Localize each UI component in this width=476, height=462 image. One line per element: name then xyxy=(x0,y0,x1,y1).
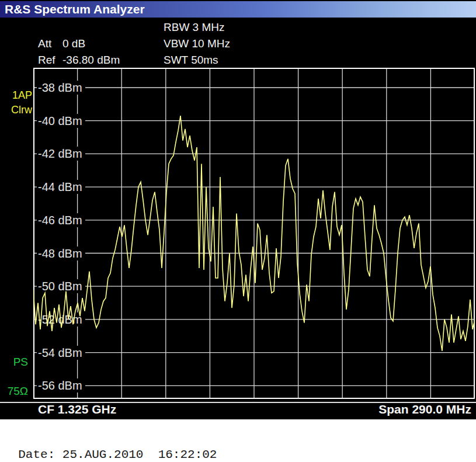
center-frequency-readout: CF 1.325 GHz xyxy=(38,401,116,418)
impedance-text: 75Ω xyxy=(8,385,28,397)
preamp-status-label: PS xyxy=(0,356,28,368)
screen-bottom-divider xyxy=(0,402,476,403)
analyzer-screen: RBW 3 MHz Att0 dB VBW 10 MHz Ref-36.80 d… xyxy=(0,18,476,419)
att-label: Att xyxy=(38,37,62,50)
swt-value: SWT 50ms xyxy=(164,54,218,66)
swt-readout: SWT 50ms xyxy=(164,54,218,67)
title-bar: R&S Spectrum Analyzer xyxy=(0,0,476,18)
vbw-readout: VBW 10 MHz xyxy=(164,37,230,50)
frequency-footer: CF 1.325 GHz Span 290.0 MHz xyxy=(0,401,476,418)
rbw-value: RBW 3 MHz xyxy=(164,21,225,33)
spectrum-trace xyxy=(33,68,475,399)
rbw-readout: RBW 3 MHz xyxy=(164,21,225,34)
vbw-value: VBW 10 MHz xyxy=(164,37,230,50)
att-readout: Att0 dB xyxy=(38,37,85,50)
ref-value: -36.80 dBm xyxy=(62,54,120,66)
app-title: R&S Spectrum Analyzer xyxy=(0,2,145,16)
att-value: 0 dB xyxy=(62,37,85,50)
trace-mode-label: 1AP Clrw xyxy=(0,88,32,117)
impedance-status-label: 75Ω xyxy=(0,385,28,397)
span-readout: Span 290.0 MHz xyxy=(378,401,471,418)
date-line: Date: 25.AUG.2010 16:22:02 xyxy=(4,435,217,461)
ref-label: Ref xyxy=(38,54,62,67)
date-text: Date: 25.AUG.2010 16:22:02 xyxy=(18,448,217,461)
detector-label: Clrw xyxy=(0,103,32,117)
ref-readout: Ref-36.80 dBm xyxy=(38,54,120,67)
trace1-polyline xyxy=(33,116,475,351)
trace-number-label: 1AP xyxy=(0,88,32,103)
preamp-text: PS xyxy=(13,356,28,368)
spectrum-graph: -38 dBm-40 dBm-42 dBm-44 dBm-46 dBm-48 d… xyxy=(33,68,475,399)
